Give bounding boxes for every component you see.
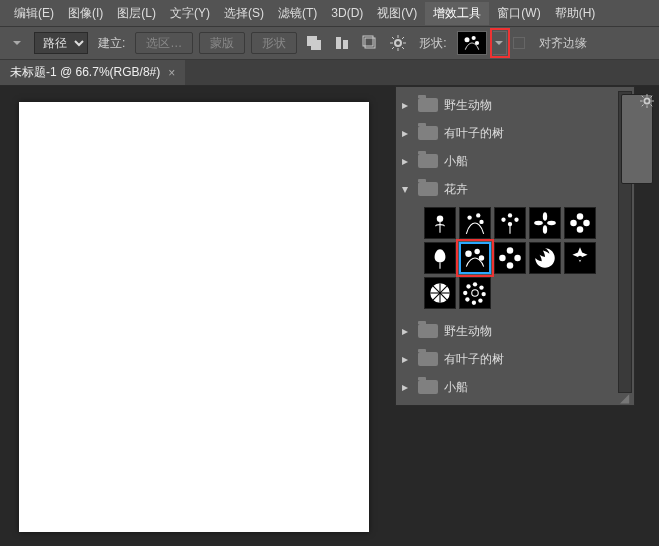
svg-point-34 (508, 256, 512, 260)
shape-thumb[interactable] (529, 242, 561, 274)
svg-point-30 (507, 247, 514, 254)
svg-point-23 (570, 220, 577, 227)
panel-menu-gear-icon[interactable] (640, 94, 654, 111)
make-shape-button[interactable]: 形状 (251, 32, 297, 54)
chevron-right-icon: ▸ (402, 154, 412, 168)
svg-point-31 (499, 255, 506, 262)
svg-point-41 (473, 282, 477, 286)
menu-view[interactable]: 视图(V) (371, 2, 423, 25)
tree-item-trees-2[interactable]: ▸ 有叶子的树 (402, 345, 618, 373)
folder-icon (418, 324, 438, 338)
document-tab-bar: 未标题-1 @ 66.7%(RGB/8#) × (0, 60, 659, 86)
mode-select-input[interactable]: 路径 (34, 32, 88, 54)
menu-image[interactable]: 图像(I) (62, 2, 109, 25)
tool-dropdown-icon[interactable] (6, 32, 28, 54)
shape-tree: ▸ 野生动物 ▸ 有叶子的树 ▸ 小船 ▾ 花卉 (396, 87, 634, 405)
arrange-icon[interactable] (359, 32, 381, 54)
folder-icon (418, 126, 438, 140)
svg-point-28 (474, 249, 479, 254)
panel-scrollbar[interactable] (618, 91, 632, 393)
shape-thumb[interactable] (494, 242, 526, 274)
menu-filter[interactable]: 滤镜(T) (272, 2, 323, 25)
menu-help[interactable]: 帮助(H) (549, 2, 602, 25)
svg-point-16 (514, 218, 518, 222)
folder-icon (418, 352, 438, 366)
tree-item-label: 花卉 (444, 181, 468, 198)
svg-point-49 (472, 290, 479, 297)
shape-thumb[interactable] (494, 207, 526, 239)
align-icon[interactable] (331, 32, 353, 54)
align-edges-checkbox[interactable] (513, 37, 525, 49)
svg-point-26 (578, 221, 582, 225)
shape-thumb[interactable] (564, 242, 596, 274)
svg-point-15 (501, 218, 505, 222)
close-icon[interactable]: × (168, 66, 175, 80)
shape-thumb[interactable] (459, 207, 491, 239)
svg-point-44 (478, 298, 482, 302)
svg-point-11 (467, 215, 471, 219)
shape-thumb[interactable] (424, 207, 456, 239)
tree-item-trees[interactable]: ▸ 有叶子的树 (402, 119, 618, 147)
workspace: ▸ 野生动物 ▸ 有叶子的树 ▸ 小船 ▾ 花卉 (0, 86, 659, 546)
shape-thumb[interactable] (424, 277, 456, 309)
shape-thumb[interactable] (459, 277, 491, 309)
menu-text[interactable]: 文字(Y) (164, 2, 216, 25)
svg-rect-2 (336, 37, 341, 49)
make-mask-button[interactable]: 蒙版 (199, 32, 245, 54)
tree-item-label: 小船 (444, 153, 468, 170)
svg-point-46 (465, 297, 469, 301)
menu-layer[interactable]: 图层(L) (111, 2, 162, 25)
gear-icon[interactable] (387, 32, 409, 54)
resize-grip-icon[interactable]: ◢ (620, 391, 632, 403)
make-selection-button[interactable]: 选区… (135, 32, 193, 54)
chevron-right-icon: ▸ (402, 380, 412, 394)
menu-window[interactable]: 窗口(W) (491, 2, 546, 25)
svg-point-48 (466, 284, 470, 288)
menu-3d[interactable]: 3D(D) (325, 3, 369, 23)
chevron-right-icon: ▸ (402, 98, 412, 112)
svg-point-43 (482, 292, 486, 296)
svg-point-42 (479, 285, 483, 289)
tree-item-wildlife[interactable]: ▸ 野生动物 (402, 91, 618, 119)
chevron-right-icon: ▸ (402, 324, 412, 338)
chevron-down-icon: ▾ (402, 182, 412, 196)
align-edges-label: 对齐边缘 (535, 35, 591, 52)
svg-point-24 (583, 220, 590, 227)
svg-point-14 (508, 213, 512, 217)
tree-item-wildlife-2[interactable]: ▸ 野生动物 (402, 317, 618, 345)
svg-point-18 (543, 212, 547, 221)
tree-item-label: 有叶子的树 (444, 351, 504, 368)
shape-thumbnails (402, 203, 618, 317)
tree-item-flowers[interactable]: ▾ 花卉 (402, 175, 618, 203)
shape-thumb[interactable] (424, 242, 456, 274)
svg-point-27 (465, 250, 472, 256)
svg-point-25 (577, 226, 584, 233)
svg-point-13 (479, 220, 483, 224)
mode-select[interactable]: 路径 (34, 32, 88, 54)
folder-icon (418, 154, 438, 168)
menu-fx[interactable]: 增效工具 (425, 2, 489, 25)
svg-point-6 (395, 40, 401, 46)
menu-select[interactable]: 选择(S) (218, 2, 270, 25)
tree-item-boats-2[interactable]: ▸ 小船 (402, 373, 618, 401)
shape-picker-panel: ▸ 野生动物 ▸ 有叶子的树 ▸ 小船 ▾ 花卉 (395, 86, 635, 406)
menu-edit[interactable]: 编辑(E) (8, 2, 60, 25)
folder-icon (418, 98, 438, 112)
svg-point-7 (464, 37, 469, 42)
tree-item-boats[interactable]: ▸ 小船 (402, 147, 618, 175)
canvas[interactable] (19, 102, 369, 532)
svg-rect-3 (343, 40, 348, 49)
svg-point-50 (644, 98, 649, 103)
svg-point-45 (472, 301, 476, 305)
svg-rect-1 (311, 40, 321, 50)
shape-dropdown-button[interactable] (493, 31, 507, 55)
shape-preview[interactable] (457, 31, 487, 55)
svg-point-47 (463, 291, 467, 295)
svg-point-35 (578, 256, 582, 260)
shape-thumb[interactable] (564, 207, 596, 239)
document-tab[interactable]: 未标题-1 @ 66.7%(RGB/8#) × (0, 60, 185, 85)
shape-thumb[interactable] (529, 207, 561, 239)
tree-item-label: 有叶子的树 (444, 125, 504, 142)
path-op-icon[interactable] (303, 32, 325, 54)
shape-thumb-selected[interactable] (459, 242, 491, 274)
